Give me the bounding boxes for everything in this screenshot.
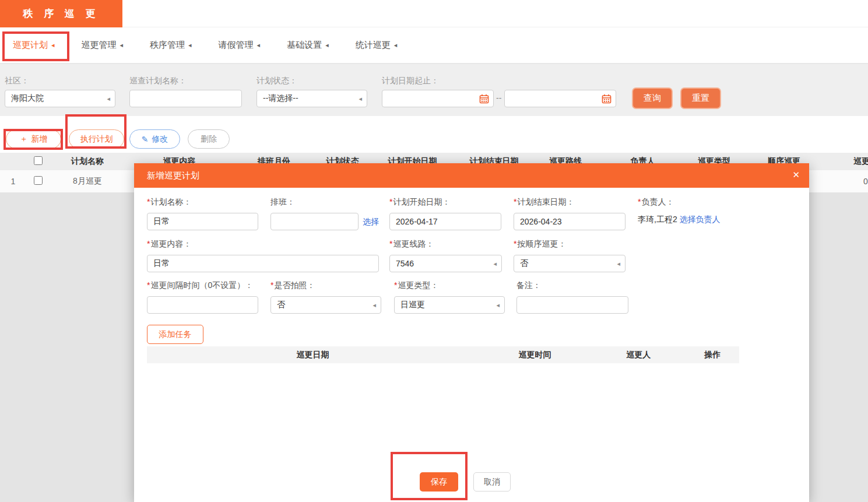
owner-select-link[interactable]: 选择负责人 [680,215,721,224]
tab-basic-settings[interactable]: 基础设置 ◂ [287,40,329,51]
task-col-action: 操作 [686,350,739,360]
chevron-left-icon: ◂ [188,41,192,49]
reset-button[interactable]: 重置 [681,89,720,108]
plan-name-label: 计划名称： [150,197,191,206]
required-mark: * [514,239,516,248]
dropdown-arrow-icon: ◂ [359,95,362,103]
photo-select[interactable]: 否 ◂ [270,296,381,314]
action-toolbar: ＋ 新增 执行计划 ✎ 修改 删除 [0,116,868,153]
delete-button[interactable]: 删除 [188,129,230,149]
owner-value: 李琦,工程2 [638,215,677,224]
plan-name-field[interactable] [147,213,258,230]
select-all-checkbox[interactable] [34,156,43,165]
tab-patrol-manage[interactable]: 巡更管理 ◂ [82,40,124,51]
task-col-time: 巡更时间 [479,350,591,360]
required-mark: * [147,280,150,290]
start-date-label: 计划开始日期： [393,197,450,206]
type-label: 巡更类型： [398,280,438,290]
tab-label: 请假管理 [219,40,254,51]
field-end-date: *计划结束日期： [514,197,625,230]
close-icon[interactable]: ✕ [792,170,800,179]
owner-label: 负责人： [641,197,674,206]
date-range-separator: -- [496,93,501,103]
tab-label: 统计巡更 [356,40,391,51]
calendar-icon[interactable] [479,94,489,106]
tab-patrol-stats[interactable]: 统计巡更 ◂ [356,40,398,51]
order-value: 否 [520,258,528,269]
dropdown-arrow-icon: ◂ [496,301,500,309]
task-table-header: 巡更日期 巡更时间 巡更人 操作 [147,346,739,363]
shift-select-link[interactable]: 选择 [363,217,379,227]
add-button[interactable]: ＋ 新增 [6,129,61,149]
field-type: *巡更类型： 日巡更 ◂ [394,280,505,314]
content-field[interactable] [147,255,379,272]
col-plan-name: 计划名称 [50,156,125,167]
app-title: 秩 序 巡 更 [23,7,99,20]
row-interval: 0 [828,177,868,186]
edit-button[interactable]: ✎ 修改 [129,129,180,149]
required-mark: * [147,197,150,206]
plus-icon: ＋ [20,134,28,145]
add-patrol-plan-modal: 新增巡更计划 ✕ *计划名称： 排班： 选择 *计划开始日期： *计划结束日期：… [134,163,809,502]
date-start-input[interactable] [382,90,494,107]
execute-label: 执行计划 [80,134,113,145]
interval-label: 巡更间隔时间（0不设置）： [150,280,253,290]
col-interval: 巡更间 [828,156,868,167]
chevron-left-icon: ◂ [394,41,398,49]
field-remark: 备注： [516,280,628,314]
status-select[interactable]: --请选择-- ◂ [256,90,367,107]
required-mark: * [389,239,392,248]
tab-leave-manage[interactable]: 请假管理 ◂ [219,40,261,51]
field-shift: 排班： [270,197,359,230]
row-checkbox[interactable] [34,176,43,185]
required-mark: * [389,197,392,206]
photo-value: 否 [277,300,285,310]
tab-label: 巡更计划 [13,40,48,51]
calendar-icon[interactable] [602,94,612,106]
plan-name-input[interactable] [129,90,242,107]
shift-field[interactable] [270,213,359,230]
dropdown-arrow-icon: ◂ [617,260,620,268]
app-logo: 秩 序 巡 更 [0,0,122,27]
filter-bar: 社区： 海阳大院 ◂ 巡查计划名称： 计划状态： --请选择-- ◂ 计划日期起… [0,64,868,116]
remark-field[interactable] [516,296,628,314]
chevron-left-icon: ◂ [120,41,124,49]
task-col-date: 巡更日期 [147,350,479,360]
status-value: --请选择-- [263,93,298,104]
edit-label: 修改 [152,134,168,145]
interval-field[interactable] [147,296,258,314]
chevron-left-icon: ◂ [325,41,329,49]
field-owner: *负责人： 李琦,工程2 选择负责人 [638,197,721,225]
order-label: 按顺序巡更： [517,239,566,248]
tab-patrol-plan[interactable]: 巡更计划 ◂ [13,40,55,51]
end-date-field[interactable] [514,213,625,230]
add-task-button[interactable]: 添加任务 [147,325,203,344]
search-button[interactable]: 查询 [633,89,672,108]
main-nav: 巡更计划 ◂ 巡更管理 ◂ 秩序管理 ◂ 请假管理 ◂ 基础设置 ◂ 统计巡更 … [0,27,868,64]
type-select[interactable]: 日巡更 ◂ [394,296,505,314]
chevron-left-icon: ◂ [257,41,261,49]
date-end-input[interactable] [504,90,616,107]
date-range-label: 计划日期起止： [382,76,439,86]
tab-order-manage[interactable]: 秩序管理 ◂ [150,40,192,51]
end-date-label: 计划结束日期： [517,197,574,206]
required-mark: * [514,197,516,206]
remark-label: 备注： [516,280,541,290]
required-mark: * [394,280,397,290]
field-interval: *巡更间隔时间（0不设置）： [147,280,258,314]
route-select[interactable]: 7546 ◂ [389,255,502,272]
dropdown-arrow-icon: ◂ [372,301,376,309]
chevron-left-icon: ◂ [51,41,55,49]
execute-plan-button[interactable]: 执行计划 [69,129,124,149]
cancel-button[interactable]: 取消 [473,472,511,492]
plan-name-label: 巡查计划名称： [129,76,187,86]
add-label: 新增 [31,134,48,145]
save-button[interactable]: 保存 [420,472,458,492]
start-date-field[interactable] [389,213,501,230]
row-index: 1 [0,177,26,186]
community-select[interactable]: 海阳大院 ◂ [5,90,115,107]
community-label: 社区： [5,76,29,86]
select-all-cell [26,156,50,167]
photo-label: 是否拍照： [274,280,315,290]
order-select[interactable]: 否 ◂ [514,255,625,272]
